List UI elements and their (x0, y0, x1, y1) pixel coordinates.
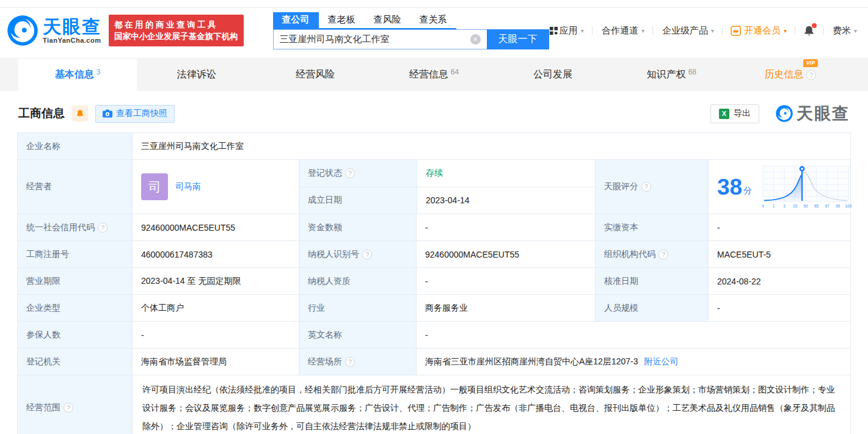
help-icon[interactable]: ? (64, 403, 73, 413)
operator-cell: 司 司马南 (132, 160, 299, 214)
field-label-credit-code: 统一社会信用代码 ? (18, 214, 132, 241)
field-label-operator: 经营者 (18, 160, 132, 214)
search-tab-boss[interactable]: 查老板 (319, 12, 365, 28)
menu-user[interactable]: 费米 ▾ (831, 25, 857, 37)
field-value-authority: 海南省市场监督管理局 (132, 349, 299, 375)
tab-history-info-label: 历史信息 (764, 69, 803, 79)
field-value-taxpayer-no: 92460000MACE5EUT55 (416, 241, 595, 267)
logo[interactable]: 天眼查 TianYanCha.com 都在用的商业查询工具 国家中小企业发展子基… (6, 14, 244, 47)
org-code-label-text: 组织机构代码 (604, 249, 655, 260)
svg-text:0: 0 (762, 204, 764, 208)
tab-intellectual-property-count: 68 (688, 68, 696, 76)
credit-code-label-text: 统一社会信用代码 (26, 222, 95, 233)
address-text: 海南省三亚市崖州区招商崖州湾自贸中心A座12层1207-3 (425, 356, 638, 367)
divider (652, 26, 653, 35)
score-unit: 分 (743, 186, 752, 197)
help-icon[interactable]: ? (98, 223, 108, 233)
monitor-bell-button[interactable] (72, 106, 88, 121)
tab-intellectual-property-label: 知识产权 (647, 68, 686, 81)
tab-history-info[interactable]: 历史信息 VIP ? (731, 59, 850, 91)
search-tab-company[interactable]: 查公司 (273, 12, 319, 28)
taxpayer-no-label-text: 纳税人识别号 (308, 249, 359, 260)
tianyancha-logo-icon (6, 14, 39, 47)
table-row: 工商注册号 460000617487383 纳税人识别号 ? 92460000M… (18, 241, 850, 267)
table-row: 统一社会信用代码 ? 92460000MACE5EUT55 资金数额 - 实缴资… (18, 214, 850, 241)
grid-icon (549, 26, 558, 35)
slogan-line1: 都在用的商业查询工具 (114, 19, 238, 31)
field-value-insured: - (132, 322, 299, 348)
score-distribution-chart[interactable]: 0 1 3 15 50 85 97 99 100 (757, 162, 855, 211)
search-button[interactable]: 天眼一下 (487, 29, 549, 49)
divider (823, 26, 823, 35)
address-label-text: 经营场所 (308, 356, 342, 367)
menu-cooperation[interactable]: 合作通道 ▾ (600, 25, 644, 37)
menu-apps-label: 应用 (560, 25, 578, 37)
tab-business-info-label: 经营信息 (409, 68, 448, 81)
help-icon[interactable]: ? (806, 70, 816, 80)
avatar[interactable]: 司 (141, 173, 168, 200)
tab-basic-info-count: 3 (97, 68, 101, 76)
menu-apps[interactable]: 应用 ▾ (549, 25, 584, 37)
svg-text:85: 85 (814, 204, 819, 208)
search-tab-relation[interactable]: 查关系 (410, 12, 456, 28)
tab-company-development-label: 公司发展 (533, 68, 572, 81)
tianyancha-logo-icon (775, 104, 793, 123)
field-label-authority: 登记机关 (18, 349, 132, 375)
field-value-industry: 商务服务业 (416, 295, 595, 321)
logo-domain: TianYanCha.com (43, 37, 101, 44)
field-label-tyc-score: 天眼评分 ? (595, 160, 708, 214)
page-top-strip (0, 0, 868, 8)
tyc-score-cell: 38 分 (708, 160, 859, 214)
menu-vip[interactable]: 开通会员 ▾ (731, 25, 787, 37)
top-menu: 应用 ▾ 合作通道 ▾ 企业级产品 ▾ 开通会员 ▾ (549, 25, 857, 37)
help-icon[interactable]: ? (658, 250, 668, 259)
help-icon[interactable]: ? (641, 182, 651, 192)
field-label-capital: 资金数额 (299, 214, 416, 241)
help-icon[interactable]: ? (345, 168, 355, 178)
business-snapshot-button[interactable]: 查看工商快照 (95, 105, 175, 123)
nearby-companies-link[interactable]: 附近公司 (644, 356, 679, 367)
export-button[interactable]: X 导出 (710, 104, 759, 123)
field-label-org-code: 组织机构代码 ? (595, 241, 708, 267)
search-tab-risk[interactable]: 查风险 (365, 12, 410, 28)
field-label-established-date: 成立日期 (299, 187, 417, 214)
field-value-company-type: 个体工商户 (132, 295, 299, 321)
menu-enterprise-products[interactable]: 企业级产品 ▾ (661, 25, 714, 37)
field-value-credit-code: 92460000MACE5EUT55 (132, 214, 299, 241)
company-nav-tabs: 基本信息 3 法律诉讼 经营风险 经营信息 64 公司发展 知识产权 68 历史… (0, 58, 868, 91)
operator-name-link[interactable]: 司马南 (175, 181, 201, 192)
tab-legal-proceedings[interactable]: 法律诉讼 (137, 59, 255, 91)
field-value-english-name: - (416, 322, 850, 348)
tab-company-development[interactable]: 公司发展 (494, 59, 612, 91)
field-label-approval-date: 核准日期 (595, 268, 708, 294)
chevron-down-icon: ▾ (581, 27, 584, 34)
tab-business-info[interactable]: 经营信息 64 (374, 59, 493, 91)
field-label-staff-size: 人员规模 (595, 295, 708, 321)
svg-text:3: 3 (783, 204, 786, 208)
svg-text:99: 99 (836, 204, 841, 208)
chevron-down-icon: ▾ (784, 27, 787, 34)
svg-text:100: 100 (845, 204, 852, 208)
field-value-term: 2023-04-14 至 无固定期限 (132, 268, 299, 294)
tab-intellectual-property[interactable]: 知识产权 68 (612, 59, 731, 91)
field-value-approval-date: 2024-08-22 (708, 268, 850, 294)
menu-vip-label: 开通会员 (744, 25, 781, 37)
search-block: 查公司 查老板 查风险 查关系 ✕ 天眼一下 (273, 12, 549, 49)
camera-icon (103, 109, 112, 118)
notification-dot (812, 23, 817, 28)
help-icon[interactable]: ? (362, 250, 372, 259)
vip-badge: VIP (803, 59, 819, 67)
search-input[interactable] (273, 29, 487, 49)
section-bar: 工商信息 查看工商快照 X 导出 天眼查 (0, 91, 868, 132)
clear-icon[interactable]: ✕ (470, 34, 481, 45)
tab-basic-info[interactable]: 基本信息 3 (18, 59, 137, 91)
help-icon[interactable]: ? (345, 357, 355, 367)
field-label-company-type: 企业类型 (18, 295, 132, 321)
score-axis-ticks: 0 1 3 15 50 85 97 99 100 (762, 204, 852, 208)
notifications-button[interactable] (803, 25, 815, 37)
tab-operating-risk[interactable]: 经营风险 (256, 59, 374, 91)
score-value: 38 (717, 176, 742, 198)
chevron-down-icon: ▾ (711, 27, 714, 34)
field-label-company-name: 企业名称 (18, 133, 132, 159)
menu-cooperation-label: 合作通道 (602, 25, 638, 37)
